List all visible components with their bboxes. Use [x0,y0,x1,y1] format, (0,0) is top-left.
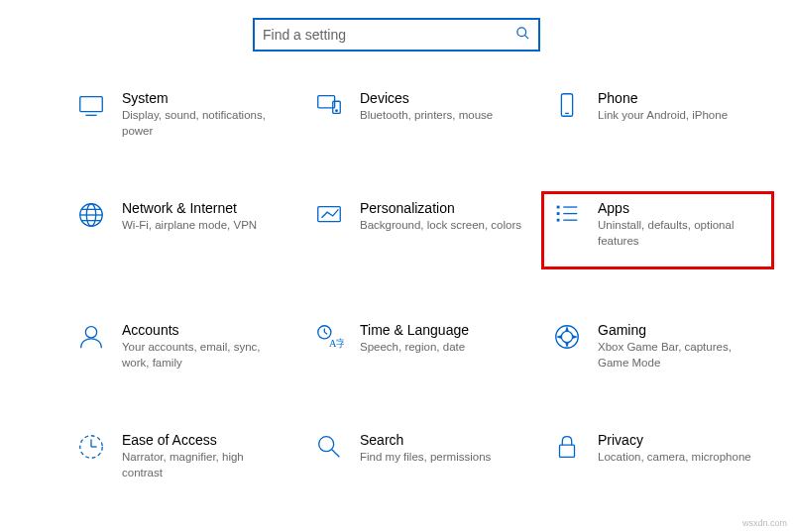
svg-point-31 [319,437,334,452]
svg-rect-17 [557,219,560,222]
lock-icon [550,430,584,464]
tile-desc: Display, sound, notifications, power [122,108,285,139]
devices-icon [312,88,346,122]
tile-personalization[interactable]: Personalization Background, lock screen,… [303,191,536,269]
tile-phone[interactable]: Phone Link your Android, iPhone [541,81,774,148]
search-icon [515,26,530,44]
globe-icon [74,198,108,232]
tile-title: Search [360,432,527,448]
svg-point-0 [517,28,526,37]
apps-icon [550,198,584,232]
tile-network[interactable]: Network & Internet Wi-Fi, airplane mode,… [65,191,298,269]
svg-rect-16 [557,212,560,215]
ease-of-access-icon [74,430,108,464]
tile-desc: Your accounts, email, sync, work, family [122,340,285,371]
tile-title: Ease of Access [122,432,289,448]
tile-desc: Speech, region, date [360,340,523,356]
tile-title: Phone [598,90,765,106]
tile-accounts[interactable]: Accounts Your accounts, email, sync, wor… [65,313,298,379]
paintbrush-icon [312,198,346,232]
tile-title: Personalization [360,200,527,216]
system-icon [74,88,108,122]
tile-desc: Xbox Game Bar, captures, Game Mode [598,340,761,371]
svg-rect-33 [560,445,575,457]
svg-line-24 [324,332,327,334]
tile-desc: Find my files, permissions [360,450,523,466]
tile-desc: Uninstall, defaults, optional features [598,218,761,249]
tile-desc: Narrator, magnifier, high contrast [122,450,285,480]
svg-point-27 [561,331,572,342]
tile-search[interactable]: Search Find my files, permissions [303,423,536,489]
tile-title: Time & Language [360,322,527,338]
tile-gaming[interactable]: Gaming Xbox Game Bar, captures, Game Mod… [541,313,774,379]
gaming-icon [550,320,584,354]
watermark: wsxdn.com [742,518,787,528]
tile-desc: Bluetooth, printers, mouse [360,108,523,124]
search-input[interactable] [263,27,515,43]
tile-title: Apps [598,200,765,216]
tile-desc: Wi-Fi, airplane mode, VPN [122,218,285,234]
svg-point-6 [336,110,338,112]
search-box[interactable] [253,18,540,52]
search-tile-icon [312,430,346,464]
tile-desc: Link your Android, iPhone [598,108,761,124]
tile-title: System [122,90,289,106]
person-icon [74,320,108,354]
svg-rect-2 [80,97,103,112]
svg-rect-15 [557,206,560,209]
svg-point-21 [85,327,96,338]
tile-title: Privacy [598,432,765,448]
tile-apps[interactable]: Apps Uninstall, defaults, optional featu… [541,191,774,269]
time-language-icon: A字 [312,320,346,354]
tile-title: Devices [360,90,527,106]
tile-system[interactable]: System Display, sound, notifications, po… [65,81,298,148]
settings-grid: System Display, sound, notifications, po… [0,81,793,532]
tile-title: Network & Internet [122,200,289,216]
tile-ease-of-access[interactable]: Ease of Access Narrator, magnifier, high… [65,423,298,489]
tile-desc: Background, lock screen, colors [360,218,523,234]
tile-privacy[interactable]: Privacy Location, camera, microphone [541,423,774,489]
tile-devices[interactable]: Devices Bluetooth, printers, mouse [303,81,536,148]
svg-line-1 [524,35,528,39]
tile-time-language[interactable]: A字 Time & Language Speech, region, date [303,313,536,379]
tile-desc: Location, camera, microphone [598,450,761,466]
tile-title: Accounts [122,322,289,338]
tile-title: Gaming [598,322,765,338]
svg-text:A字: A字 [329,338,344,349]
phone-icon [550,88,584,122]
svg-line-32 [332,450,340,458]
